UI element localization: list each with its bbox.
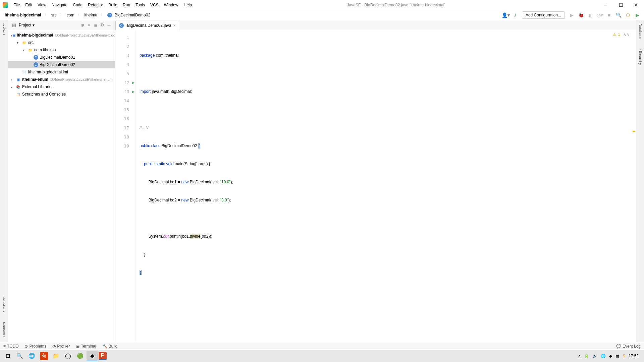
run-class-icon[interactable]: ▶ — [132, 80, 135, 85]
menu-navigate[interactable]: Navigate — [49, 0, 70, 10]
search-icon[interactable]: 🔍 — [614, 11, 623, 19]
menu-code[interactable]: Code — [70, 0, 85, 10]
line-2[interactable]: 2 — [115, 42, 135, 51]
line-5[interactable]: 5 — [115, 69, 135, 78]
menu-build[interactable]: Build — [106, 0, 120, 10]
line-16[interactable]: 16 — [115, 114, 135, 123]
chrome-icon[interactable]: 🟢 — [74, 351, 86, 361]
tool-todo[interactable]: ≡ TODO — [3, 344, 18, 349]
menu-file[interactable]: File — [11, 0, 22, 10]
stripe-hierarchy[interactable]: Hierarchy — [638, 49, 642, 65]
crumb-com[interactable]: com — [65, 12, 76, 18]
tray-network-icon[interactable]: 🌐 — [601, 354, 606, 358]
tool-profiler[interactable]: ◔ Profiler — [52, 344, 70, 349]
tree-root[interactable]: ▾▣ itheima-bigdecimal D:\IdeaProjects\Ja… — [8, 32, 115, 39]
tree-file-demo01[interactable]: C BigDecimalDemo01 — [8, 54, 115, 61]
start-button[interactable]: ⊞ — [2, 351, 13, 361]
collapse-all-icon[interactable]: ≣ — [92, 22, 99, 27]
hide-icon[interactable]: ─ — [106, 22, 112, 27]
tab-bigdecimaldemo02[interactable]: C BigDecimalDemo02.java × — [115, 21, 179, 30]
tree-package[interactable]: ▾📁 com.itheima — [8, 46, 115, 54]
warning-marker[interactable] — [633, 131, 635, 132]
clock[interactable]: 17:52 — [629, 354, 639, 358]
tool-terminal[interactable]: ▣ Terminal — [76, 344, 96, 349]
line-13[interactable]: 13▶ — [115, 87, 135, 96]
error-stripe[interactable] — [631, 30, 636, 344]
app-icon-1[interactable]: 有 — [40, 352, 48, 360]
tool-problems[interactable]: ⊘ Problems — [24, 344, 46, 349]
search-button[interactable]: 🔍 — [14, 351, 25, 361]
tree-src[interactable]: ▾📁 src — [8, 39, 115, 46]
run-icon[interactable]: ▶ — [568, 11, 576, 19]
add-configuration-button[interactable]: Add Configuration... — [522, 11, 565, 19]
select-opened-file-icon[interactable]: ⊕ — [79, 22, 86, 27]
menu-help[interactable]: Help — [181, 0, 195, 10]
line-15[interactable]: 15 — [115, 105, 135, 114]
crumb-itheima[interactable]: itheima — [82, 12, 99, 18]
tray-app2-icon[interactable]: ▦ — [615, 354, 619, 358]
close-button[interactable]: ✕ — [629, 0, 644, 10]
line-3[interactable]: 3 — [115, 51, 135, 60]
line-17[interactable]: 17 — [115, 123, 135, 132]
intellij-taskbar-icon[interactable]: ◆ — [87, 351, 98, 361]
menu-vcs[interactable]: VCS — [148, 0, 161, 10]
crumb-src[interactable]: src — [49, 12, 59, 18]
line-12[interactable]: 12▶ — [115, 78, 135, 87]
minimize-button[interactable]: ─ — [598, 0, 613, 10]
maximize-button[interactable]: ☐ — [613, 0, 629, 10]
user-icon[interactable]: 👤▾ — [502, 11, 510, 19]
crumb-root[interactable]: itheima-bigdecimal — [3, 12, 43, 18]
explorer-icon[interactable]: 📁 — [50, 351, 62, 361]
tab-close-icon[interactable]: × — [173, 23, 175, 28]
edge-icon[interactable]: 🌐 — [26, 351, 38, 361]
settings-icon[interactable]: ⚙ — [99, 22, 106, 27]
tray-volume-icon[interactable]: 🔊 — [592, 354, 597, 358]
run-main-icon[interactable]: ▶ — [132, 89, 135, 94]
stop-icon[interactable]: ■ — [605, 11, 613, 19]
menu-refactor[interactable]: Refactor — [85, 0, 106, 10]
code-content[interactable]: package com.itheima; import java.math.Bi… — [136, 30, 636, 344]
tray-chevron-icon[interactable]: ʌ — [578, 354, 581, 358]
coverage-icon[interactable]: ◧ — [586, 11, 594, 19]
tool-event-log[interactable]: 💬 Event Log — [616, 344, 641, 349]
tray-battery-icon[interactable]: 🔋 — [584, 354, 589, 358]
project-title[interactable]: Project ▾ — [19, 23, 79, 27]
circle-icon[interactable]: ◯ — [62, 351, 74, 361]
line-4[interactable]: 4 — [115, 60, 135, 69]
build-icon[interactable]: ⤸ — [511, 11, 519, 19]
line-19[interactable]: 19 — [115, 141, 135, 150]
tray-app-icon[interactable]: ◆ — [609, 354, 612, 358]
run-anything-icon[interactable]: ▶ — [633, 11, 641, 19]
menu-view[interactable]: View — [35, 0, 49, 10]
tree-iml[interactable]: 📄 itheima-bigdecimal.iml — [8, 68, 115, 76]
stripe-structure[interactable]: Structure — [2, 297, 6, 312]
tree-scratches[interactable]: 📋 Scratches and Consoles — [8, 90, 115, 98]
profile-icon[interactable]: ◔▾ — [596, 11, 604, 19]
line-1[interactable]: 1 — [115, 33, 135, 42]
ide-update-icon[interactable]: ⬡ — [624, 11, 632, 19]
menu-edit[interactable]: Edit — [22, 0, 35, 10]
prev-highlight-icon[interactable]: ʌ — [624, 32, 626, 37]
expand-all-icon[interactable]: ≡ — [86, 22, 92, 27]
tool-build[interactable]: 🔨 Build — [102, 344, 118, 349]
stripe-project[interactable]: Project — [2, 23, 6, 35]
line-14[interactable]: 14 — [115, 96, 135, 105]
powerpoint-icon[interactable]: P — [99, 352, 107, 360]
stripe-favorites[interactable]: Favorites — [2, 322, 6, 337]
stripe-database[interactable]: Database — [638, 23, 642, 39]
tray-app3-icon[interactable]: S — [623, 354, 625, 358]
project-header: ▤ Project ▾ ⊕ ≡ ≣ ⚙ ─ — [8, 20, 115, 30]
tree-external-libs[interactable]: ▸📚 External Libraries — [8, 83, 115, 90]
line-18[interactable]: 18 — [115, 132, 135, 141]
crumb-file[interactable]: CBigDecimalDemo02 — [105, 12, 152, 18]
debug-icon[interactable]: 🐞 — [577, 11, 585, 19]
menu-window[interactable]: Window — [161, 0, 181, 10]
inspection-badge[interactable]: ⚠ 1 ʌ v — [613, 32, 629, 37]
tree-file-demo02[interactable]: C BigDecimalDemo02 — [8, 61, 115, 68]
editor-body[interactable]: 1 2 3 4 5 12▶ 13▶ 14 15 16 17 18 19 pack… — [115, 30, 636, 344]
tree-mod-enum[interactable]: ▸▣ itheima-enum D:\IdeaProjects\JavaSE\i… — [8, 76, 115, 83]
project-view-icon[interactable]: ▤ — [11, 22, 17, 27]
menu-run[interactable]: Run — [120, 0, 133, 10]
menu-tools[interactable]: Tools — [133, 0, 148, 10]
next-highlight-icon[interactable]: v — [627, 32, 629, 37]
